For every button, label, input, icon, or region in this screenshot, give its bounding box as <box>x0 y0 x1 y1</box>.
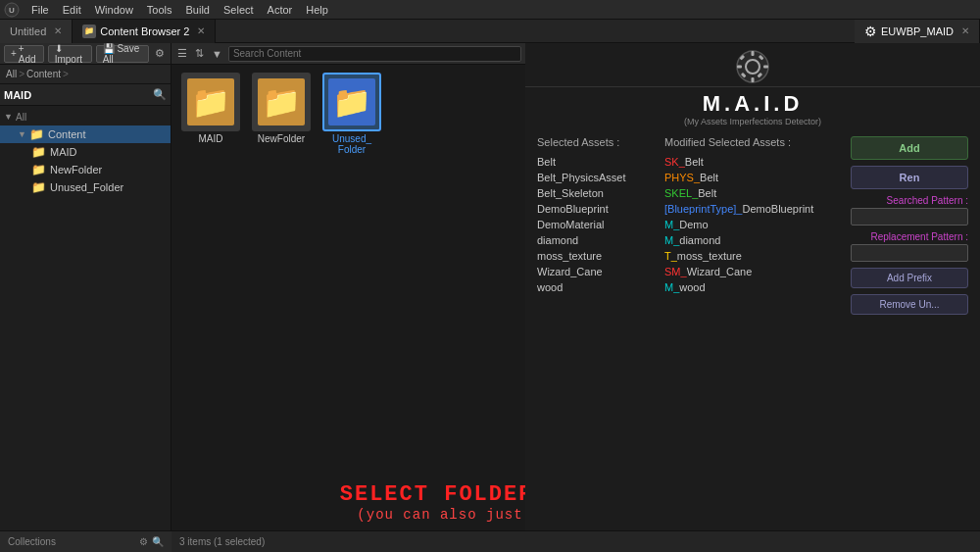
maid-gear-icon <box>735 49 770 84</box>
remove-unused-button[interactable]: Remove Un... <box>851 294 968 315</box>
asset-item-newfolder[interactable]: 📁 NewFolder <box>250 73 313 523</box>
settings-icon[interactable]: ⚙ <box>153 47 167 60</box>
folder-large-icon-unusedfolder: 📁 <box>332 83 371 121</box>
menu-tools[interactable]: Tools <box>141 0 178 20</box>
tree-item-newfolder[interactable]: 📁 NewFolder <box>0 161 171 178</box>
maid-panel: M.A.I.D (My Assets Imperfections Detecto… <box>525 43 980 530</box>
menu-help[interactable]: Help <box>300 0 334 20</box>
ue-logo: U <box>4 2 20 18</box>
tree-item-unusedfolder-label: Unused_Folder <box>50 181 123 193</box>
folder-large-icon-newfolder: 📁 <box>262 83 301 121</box>
search-status-icon[interactable]: 🔍 <box>152 536 164 547</box>
prefix-sm: SM_ <box>664 266 687 277</box>
tree-item-unusedfolder[interactable]: 📁 Unused_Folder <box>0 178 171 196</box>
folder-icon-maid: 📁 <box>31 145 46 159</box>
asset-list-item-belt: Belt <box>537 154 655 170</box>
asset-label-unusedfolder: Unused_Folder <box>332 133 371 155</box>
status-right: ⚙ 🔍 <box>139 536 164 547</box>
tab-content-browser-label: Content Browser 2 <box>100 25 189 37</box>
tree-item-all[interactable]: ▼ All <box>0 108 171 125</box>
search-input[interactable] <box>228 46 521 62</box>
asset-list-item-moss: moss_texture <box>537 248 655 264</box>
menu-build[interactable]: Build <box>180 0 216 20</box>
svg-rect-7 <box>763 66 768 69</box>
tab-maid[interactable]: ⚙ EUWBP_MAID ✕ <box>855 20 980 43</box>
asset-item-unusedfolder[interactable]: 📁 Unused_Folder <box>320 73 383 523</box>
breadcrumb-content[interactable]: Content <box>26 69 61 79</box>
prefix-skel: SKEL_ <box>664 187 698 199</box>
content-browser-icon: 📁 <box>82 25 96 38</box>
searched-pattern-input[interactable] <box>851 208 968 226</box>
asset-list-item-wizard: Wizard_Cane <box>537 264 655 279</box>
cb-toolbar: + + Add ⬇ Import 💾 Save All ⚙ <box>0 43 171 65</box>
replacement-pattern-input[interactable] <box>851 244 968 262</box>
svg-text:U: U <box>9 6 15 15</box>
save-all-button[interactable]: 💾 Save All <box>96 45 149 63</box>
settings-status-icon[interactable]: ⚙ <box>139 536 148 547</box>
tree-item-maid-label: MAID <box>50 146 77 158</box>
menu-edit[interactable]: Edit <box>57 0 87 20</box>
maid-subtitle: (My Assets Imperfections Detector) <box>525 117 980 126</box>
mod-asset-m-diamond: M_diamond <box>664 232 841 248</box>
asset-search-bar: ☰ ⇅ ▼ <box>172 43 525 65</box>
collections-label[interactable]: Collections <box>8 536 56 547</box>
import-button[interactable]: ⬇ Import <box>48 45 92 63</box>
searched-pattern-row: Searched Pattern : <box>851 195 968 226</box>
mod-asset-sm-wizard: SM_Wizard_Cane <box>664 264 841 279</box>
save-all-label: 💾 Save All <box>103 43 142 65</box>
breadcrumb-sep2: > <box>63 69 69 79</box>
add-button[interactable]: Add <box>851 136 968 160</box>
add-button[interactable]: + + Add <box>4 45 44 63</box>
asset-thumbnail-newfolder: 📁 <box>252 73 311 131</box>
tab-close-maid[interactable]: ✕ <box>961 25 969 36</box>
tree-item-content[interactable]: ▼ 📁 Content <box>0 125 171 143</box>
svg-rect-4 <box>752 51 755 56</box>
prefix-t: T_ <box>664 250 677 262</box>
replacement-pattern-row: Replacement Pattern : <box>851 231 968 262</box>
prefix-m-wood: M_ <box>664 281 679 293</box>
prefix-blueprinttype: [BlueprintType]_ <box>664 203 743 215</box>
rename-button[interactable]: Ren <box>851 166 968 189</box>
menu-actor[interactable]: Actor <box>262 0 299 20</box>
mod-asset-skel-belt: SKEL_Belt <box>664 185 841 201</box>
add-prefix-button[interactable]: Add Prefix <box>851 268 968 288</box>
menu-select[interactable]: Select <box>218 0 260 20</box>
add-plus-icon: + <box>11 48 17 59</box>
controls-col: Add Ren Searched Pattern : Replacement P… <box>851 136 968 315</box>
tab-close-untitled[interactable]: ✕ <box>54 25 62 36</box>
tab-content-browser[interactable]: 📁 Content Browser 2 ✕ <box>73 20 216 43</box>
asset-item-maid[interactable]: 📁 MAID <box>179 73 242 523</box>
folder-inner-maid: 📁 <box>187 78 234 125</box>
asset-list-item-belt-physics: Belt_PhysicsAsset <box>537 170 655 185</box>
add-label: + Add <box>19 43 37 65</box>
tree-root-label: MAID <box>4 89 31 101</box>
tab-untitled[interactable]: Untitled ✕ <box>0 20 73 43</box>
breadcrumb-all[interactable]: All <box>6 69 17 79</box>
filter-icon[interactable]: ▼ <box>210 48 224 60</box>
tree-search-icon[interactable]: 🔍 <box>153 88 167 101</box>
folder-inner-newfolder: 📁 <box>258 78 305 125</box>
view-toggle-icon[interactable]: ☰ <box>175 47 189 60</box>
selected-assets-col: Selected Assets : Belt Belt_PhysicsAsset… <box>537 136 655 315</box>
sort-icon[interactable]: ⇅ <box>193 47 206 60</box>
menu-file[interactable]: File <box>25 0 55 20</box>
folder-icon-content: 📁 <box>29 127 44 141</box>
maid-title: M.A.I.D <box>525 91 980 117</box>
main-layout: + + Add ⬇ Import 💾 Save All ⚙ All > Cont… <box>0 43 980 530</box>
right-area: ☰ ⇅ ▼ 📁 MAID 📁 <box>172 43 980 530</box>
tree-arrow-content: ▼ <box>18 129 27 139</box>
searched-pattern-label: Searched Pattern : <box>851 195 968 206</box>
menu-window[interactable]: Window <box>89 0 139 20</box>
mod-asset-blueprint: [BlueprintType]_DemoBlueprint <box>664 201 841 217</box>
status-bar: Collections ⚙ 🔍 <box>0 530 172 552</box>
all-icon: All <box>16 112 26 123</box>
asset-list-item-wood: wood <box>537 279 655 295</box>
svg-rect-5 <box>752 77 755 82</box>
folder-icon-newfolder: 📁 <box>31 163 46 176</box>
tab-bar: Untitled ✕ 📁 Content Browser 2 ✕ ⚙ EUWBP… <box>0 20 980 43</box>
tree-item-maid[interactable]: 📁 MAID <box>0 143 171 161</box>
modified-assets-header: Modified Selected Assets : <box>664 136 841 148</box>
tree-arrow-all: ▼ <box>4 112 14 122</box>
tree-item-newfolder-label: NewFolder <box>50 164 102 176</box>
tab-close-content-browser[interactable]: ✕ <box>197 25 205 36</box>
